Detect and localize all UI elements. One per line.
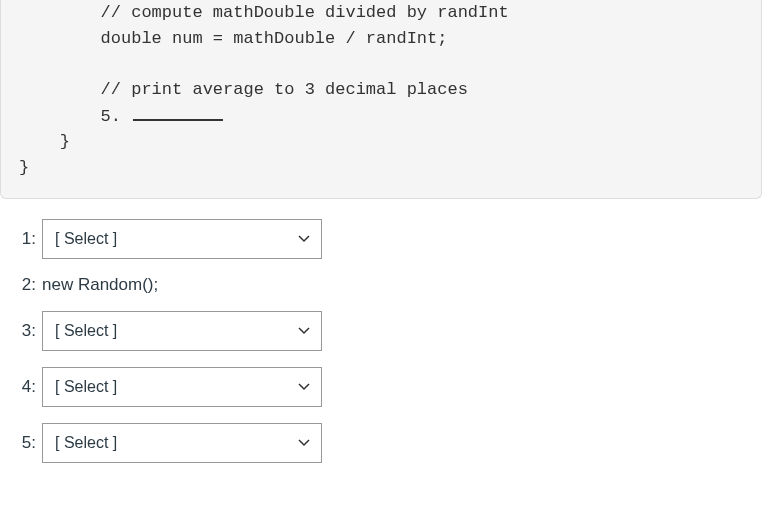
select-4[interactable]: [ Select ] (42, 367, 322, 407)
chevron-down-icon (297, 436, 311, 450)
chevron-down-icon (297, 232, 311, 246)
code-line-prefix: 5. (19, 107, 131, 126)
code-block: // compute mathDouble divided by randInt… (0, 0, 762, 199)
answer-row-4: 4: [ Select ] (14, 367, 748, 407)
answer-label-5: 5: (14, 433, 36, 453)
chevron-down-icon (297, 380, 311, 394)
answer-label-1: 1: (14, 229, 36, 249)
answer-label-2: 2: (14, 275, 36, 295)
select-5-value: [ Select ] (55, 434, 287, 452)
select-1-value: [ Select ] (55, 230, 287, 248)
code-line: double num = mathDouble / randInt; (19, 29, 447, 48)
select-3-value: [ Select ] (55, 322, 287, 340)
answer-label-3: 3: (14, 321, 36, 341)
code-line: } (19, 132, 70, 151)
select-3[interactable]: [ Select ] (42, 311, 322, 351)
answer-row-1: 1: [ Select ] (14, 219, 748, 259)
code-line: // print average to 3 decimal places (19, 80, 468, 99)
code-line: } (19, 158, 29, 177)
answer-row-5: 5: [ Select ] (14, 423, 748, 463)
answers-section: 1: [ Select ] 2: new Random(); 3: [ Sele… (0, 217, 762, 493)
select-1[interactable]: [ Select ] (42, 219, 322, 259)
answer-2-text: new Random(); (42, 275, 158, 295)
select-5[interactable]: [ Select ] (42, 423, 322, 463)
answer-label-4: 4: (14, 377, 36, 397)
answer-row-2: 2: new Random(); (14, 275, 748, 295)
select-4-value: [ Select ] (55, 378, 287, 396)
code-line: // compute mathDouble divided by randInt (19, 3, 509, 22)
answer-row-3: 3: [ Select ] (14, 311, 748, 351)
chevron-down-icon (297, 324, 311, 338)
code-blank-5 (133, 102, 223, 121)
